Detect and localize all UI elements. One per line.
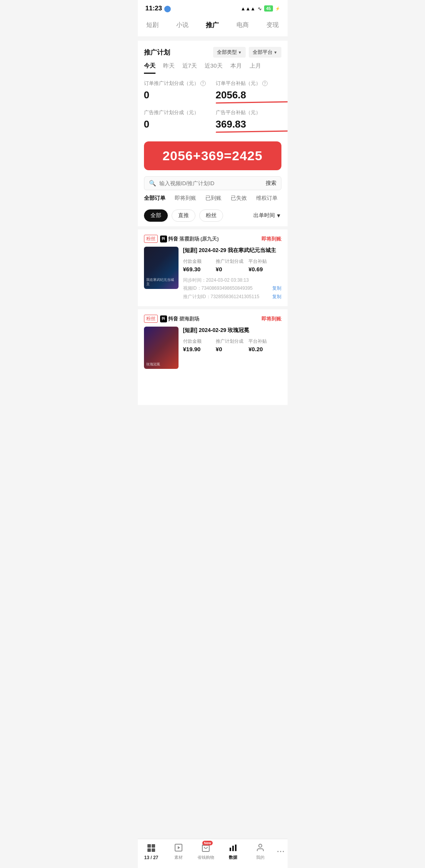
order-tags-2: 粉丝 抖 抖音 碧海剧场 bbox=[144, 315, 199, 323]
sort-button[interactable]: 出单时间 ▼ bbox=[253, 212, 281, 219]
order-tab-dispute[interactable]: 维权订单 bbox=[256, 195, 278, 202]
date-tab-yesterday[interactable]: 昨天 bbox=[163, 62, 175, 74]
stats-grid: 订单推广计划分成（元） ? 0 订单平台补贴（元） ? 2056.8 广告推广计… bbox=[138, 74, 288, 138]
battery-icon: ⚡ bbox=[275, 7, 280, 11]
date-tab-7days[interactable]: 近7天 bbox=[182, 62, 197, 74]
status-badge-1: 即将到账 bbox=[261, 236, 281, 242]
stat-label-1: 订单平台补贴（元） ? bbox=[216, 80, 281, 87]
status-bar: 11:23 ⬤ ▲▲▲ ∿ 45 ⚡ bbox=[138, 0, 288, 15]
highlight-underline-2 bbox=[215, 130, 287, 133]
main-content: 推广计划 全部类型 ▼ 全部平台 ▼ 今天 昨天 近7天 近30天 本月 上月 … bbox=[138, 41, 288, 405]
stat-ad-subsidy: 广告平台补贴（元） 369.83 bbox=[216, 109, 281, 132]
order-card-2-body: 玫瑰冠冕 [短剧] 2024-02-29 玫瑰冠冕 付款金额 ¥19.90 推广… bbox=[144, 327, 281, 369]
stat-ad-commission: 广告推广计划分成（元） 0 bbox=[144, 109, 210, 132]
banner-text: 2056+369=2425 bbox=[152, 148, 274, 163]
date-tabs: 今天 昨天 近7天 近30天 本月 上月 bbox=[138, 58, 288, 74]
nav-tab-ecommerce[interactable]: 电商 bbox=[233, 20, 252, 31]
section-title: 推广计划 bbox=[144, 48, 170, 57]
search-button[interactable]: 搜索 bbox=[266, 180, 276, 187]
nav-tab-novel[interactable]: 小说 bbox=[173, 20, 192, 31]
order-card-1: 粉丝 抖 抖音 落霞剧场 (原九天) 即将到账 我在寒武纪元当城主 [短剧] 2… bbox=[138, 226, 288, 306]
filter-fans-btn[interactable]: 粉丝 bbox=[199, 209, 223, 222]
stat-label-3: 广告平台补贴（元） bbox=[216, 109, 281, 116]
nav-tab-promotion[interactable]: 推广 bbox=[203, 19, 222, 31]
douyin-icon-2: 抖 bbox=[160, 315, 167, 322]
order-stats-1: 付款金额 ¥69.30 推广计划分成 ¥0 平台补贴 ¥0.69 bbox=[183, 258, 281, 272]
order-thumb-2: 玫瑰冠冕 bbox=[144, 327, 179, 369]
pay-amount-2: 付款金额 ¥19.90 bbox=[183, 338, 216, 352]
filter-platform-btn[interactable]: 全部平台 ▼ bbox=[249, 47, 281, 58]
order-tab-all[interactable]: 全部订单 bbox=[144, 195, 165, 202]
battery-indicator: 45 bbox=[264, 5, 273, 12]
platform-tag-1: 抖 抖音 落霞剧场 (原九天) bbox=[160, 236, 219, 242]
commission-1: 推广计划分成 ¥0 bbox=[216, 258, 248, 272]
search-input[interactable] bbox=[159, 180, 266, 186]
order-tab-pending[interactable]: 即将到账 bbox=[175, 195, 196, 202]
status-badge-2: 即将到账 bbox=[261, 315, 281, 322]
filter-row: 全部 直推 粉丝 出单时间 ▼ bbox=[138, 206, 288, 226]
subsidy-1: 平台补贴 ¥0.69 bbox=[248, 258, 281, 272]
search-bar: 🔍 搜索 bbox=[144, 176, 281, 190]
stat-value-3: 369.83 bbox=[216, 118, 281, 132]
stat-value-1: 2056.8 bbox=[216, 89, 281, 103]
highlight-underline bbox=[215, 101, 287, 103]
commission-2: 推广计划分成 ¥0 bbox=[216, 338, 248, 352]
order-tags-1: 粉丝 抖 抖音 落霞剧场 (原九天) bbox=[144, 235, 219, 243]
filter-all-btn[interactable]: 全部 bbox=[144, 209, 168, 222]
stat-value-2: 0 bbox=[144, 118, 210, 130]
order-stats-2: 付款金额 ¥19.90 推广计划分成 ¥0 平台补贴 ¥0.20 bbox=[183, 338, 281, 352]
nav-tab-monetize[interactable]: 变现 bbox=[263, 20, 282, 31]
stat-order-subsidy: 订单平台补贴（元） ? 2056.8 bbox=[216, 80, 281, 103]
fans-tag-1: 粉丝 bbox=[144, 235, 158, 243]
order-title-2: [短剧] 2024-02-29 玫瑰冠冕 bbox=[183, 327, 281, 334]
order-card-1-body: 我在寒武纪元当城主 [短剧] 2024-02-29 我在寒武纪元当城主 付款金额… bbox=[144, 247, 281, 301]
order-card-1-header: 粉丝 抖 抖音 落霞剧场 (原九天) 即将到账 bbox=[144, 235, 281, 243]
pay-amount-1: 付款金额 ¥69.30 bbox=[183, 258, 216, 272]
date-tab-today[interactable]: 今天 bbox=[144, 62, 155, 74]
section-header: 推广计划 全部类型 ▼ 全部平台 ▼ bbox=[138, 41, 288, 58]
stat-label-0: 订单推广计划分成（元） ? bbox=[144, 80, 210, 87]
status-icons: ▲▲▲ ∿ 45 ⚡ bbox=[241, 5, 280, 12]
order-info-2: [短剧] 2024-02-29 玫瑰冠冕 付款金额 ¥19.90 推广计划分成 … bbox=[183, 327, 281, 369]
order-info-1: [短剧] 2024-02-29 我在寒武纪元当城主 付款金额 ¥69.30 推广… bbox=[183, 247, 281, 301]
signal-icon: ▲▲▲ bbox=[241, 6, 256, 12]
copy-plan-id-1[interactable]: 复制 bbox=[272, 293, 281, 301]
order-tab-expired[interactable]: 已失效 bbox=[231, 195, 247, 202]
info-icon-0[interactable]: ? bbox=[200, 81, 206, 86]
nav-tab-drama[interactable]: 短剧 bbox=[143, 20, 162, 31]
stat-label-2: 广告推广计划分成（元） bbox=[144, 109, 210, 116]
filter-direct-btn[interactable]: 直推 bbox=[172, 209, 195, 222]
order-tabs: 全部订单 即将到账 已到账 已失效 维权订单 bbox=[138, 195, 288, 206]
stat-value-0: 0 bbox=[144, 89, 210, 101]
fans-tag-2: 粉丝 bbox=[144, 315, 158, 323]
copy-video-id-1[interactable]: 复制 bbox=[272, 284, 281, 293]
order-thumb-1: 我在寒武纪元当城主 bbox=[144, 247, 179, 289]
order-card-2: 粉丝 抖 抖音 碧海剧场 即将到账 玫瑰冠冕 [短剧] 2024-02-29 玫… bbox=[138, 306, 288, 374]
order-card-2-header: 粉丝 抖 抖音 碧海剧场 即将到账 bbox=[144, 315, 281, 323]
location-icon: ⬤ bbox=[164, 5, 171, 12]
order-meta-1: 同步时间：2024-03-02 03:38:13 视频ID：7340869349… bbox=[183, 276, 281, 301]
status-time: 11:23 ⬤ bbox=[146, 5, 171, 12]
date-tab-lastmonth[interactable]: 上月 bbox=[250, 62, 261, 74]
douyin-icon-1: 抖 bbox=[160, 236, 167, 242]
search-icon: 🔍 bbox=[149, 180, 156, 187]
date-tab-thismonth[interactable]: 本月 bbox=[230, 62, 242, 74]
summary-banner: 2056+369=2425 bbox=[144, 141, 281, 170]
subsidy-2: 平台补贴 ¥0.20 bbox=[248, 338, 281, 352]
platform-tag-2: 抖 抖音 碧海剧场 bbox=[160, 315, 199, 322]
filter-type-btn[interactable]: 全部类型 ▼ bbox=[213, 47, 246, 58]
thumb-art-2: 玫瑰冠冕 bbox=[144, 327, 179, 369]
thumb-art-1: 我在寒武纪元当城主 bbox=[144, 247, 179, 289]
date-tab-30days[interactable]: 近30天 bbox=[205, 62, 223, 74]
chevron-down-icon: ▼ bbox=[276, 212, 281, 219]
chevron-down-icon: ▼ bbox=[238, 50, 242, 55]
stat-order-commission: 订单推广计划分成（元） ? 0 bbox=[144, 80, 210, 103]
chevron-down-icon: ▼ bbox=[274, 50, 278, 55]
info-icon-1[interactable]: ? bbox=[262, 81, 268, 86]
order-title-1: [短剧] 2024-02-29 我在寒武纪元当城主 bbox=[183, 247, 281, 254]
filter-buttons: 全部类型 ▼ 全部平台 ▼ bbox=[213, 47, 281, 58]
wifi-icon: ∿ bbox=[258, 6, 262, 12]
main-nav: 短剧 小说 推广 电商 变现 bbox=[138, 15, 288, 37]
order-tab-arrived[interactable]: 已到账 bbox=[205, 195, 222, 202]
